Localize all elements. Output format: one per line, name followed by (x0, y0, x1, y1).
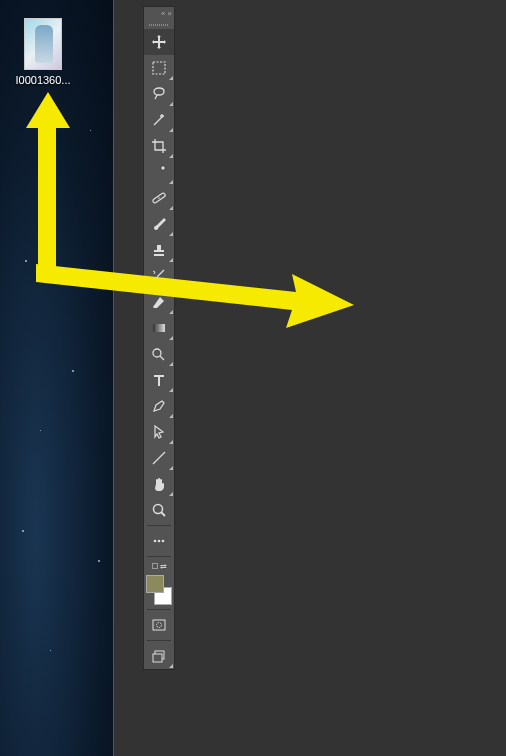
quick-mask-tool[interactable] (144, 612, 174, 638)
line-icon (151, 450, 167, 466)
pen-icon (151, 398, 167, 414)
quick-mask-icon (151, 617, 167, 633)
collapse-icon[interactable]: « (161, 10, 165, 18)
color-swatches[interactable] (144, 575, 174, 605)
screen-mode-icon (151, 648, 167, 664)
bandage-icon (151, 190, 167, 206)
dodge-icon (151, 346, 167, 362)
svg-point-10 (157, 623, 162, 628)
eyedropper-icon (151, 164, 167, 180)
desktop-file-icon[interactable]: I0001360... (10, 18, 76, 86)
eyedropper-tool[interactable] (144, 159, 174, 185)
zoom-tool[interactable] (144, 497, 174, 523)
crop-icon (151, 138, 167, 154)
move-icon (151, 34, 167, 50)
lasso-tool[interactable] (144, 81, 174, 107)
close-icon[interactable]: × (167, 10, 172, 18)
svg-point-2 (158, 197, 160, 199)
svg-rect-9 (153, 620, 165, 630)
quick-selection-tool[interactable] (144, 107, 174, 133)
svg-point-8 (162, 540, 165, 543)
hand-icon (151, 476, 167, 492)
panel-drag-handle[interactable] (144, 21, 174, 29)
mini-swatch-icon (152, 563, 158, 569)
line-tool[interactable] (144, 445, 174, 471)
marquee-icon (151, 60, 167, 76)
annotation-arrow-up (24, 92, 72, 282)
ellipsis-icon (151, 533, 167, 549)
healing-brush-tool[interactable] (144, 185, 174, 211)
hand-tool[interactable] (144, 471, 174, 497)
brush-icon (151, 216, 167, 232)
screen-mode-tool[interactable] (144, 643, 174, 669)
swap-colors-icon[interactable]: ⇄ (160, 562, 167, 571)
crop-tool[interactable] (144, 133, 174, 159)
svg-marker-14 (36, 264, 354, 328)
svg-marker-13 (26, 92, 70, 282)
default-colors[interactable]: ⇄ (144, 559, 174, 573)
foreground-color[interactable] (146, 575, 164, 593)
marquee-tool[interactable] (144, 55, 174, 81)
lasso-icon (151, 86, 167, 102)
tools-panel: « × (143, 6, 175, 670)
more-tools[interactable] (144, 528, 174, 554)
path-selection-tool[interactable] (144, 419, 174, 445)
type-tool[interactable] (144, 367, 174, 393)
type-icon (151, 372, 167, 388)
svg-point-5 (154, 505, 163, 514)
dodge-tool[interactable] (144, 341, 174, 367)
brush-tool[interactable] (144, 211, 174, 237)
annotation-arrow-right (36, 256, 356, 336)
svg-point-6 (154, 540, 157, 543)
svg-point-7 (158, 540, 161, 543)
arrow-cursor-icon (151, 424, 167, 440)
file-label: I0001360... (10, 74, 76, 86)
move-tool[interactable] (144, 29, 174, 55)
pen-tool[interactable] (144, 393, 174, 419)
file-thumbnail (24, 18, 62, 70)
svg-rect-0 (153, 62, 165, 74)
zoom-icon (151, 502, 167, 518)
panel-header: « × (144, 7, 174, 21)
svg-rect-12 (153, 654, 162, 662)
magic-wand-icon (151, 112, 167, 128)
svg-point-4 (153, 349, 161, 357)
